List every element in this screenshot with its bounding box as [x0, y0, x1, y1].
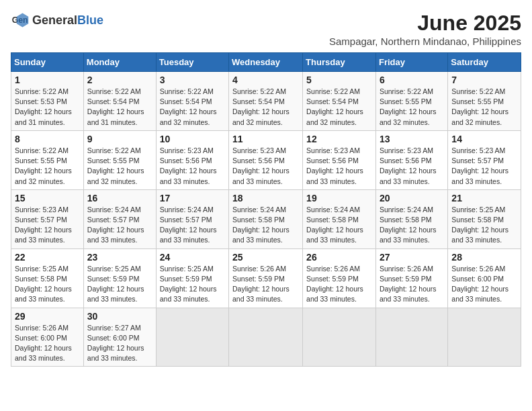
day-info: Sunrise: 5:24 AM Sunset: 5:57 PM Dayligh… [87, 205, 152, 246]
day-number: 27 [380, 252, 444, 263]
day-info: Sunrise: 5:23 AM Sunset: 5:57 PM Dayligh… [15, 205, 80, 246]
weekday-header-wednesday: Wednesday [229, 53, 303, 72]
calendar-cell [229, 308, 303, 367]
day-number: 22 [15, 252, 80, 263]
calendar-cell: 18Sunrise: 5:24 AM Sunset: 5:58 PM Dayli… [229, 189, 303, 248]
day-info: Sunrise: 5:23 AM Sunset: 5:56 PM Dayligh… [380, 146, 444, 187]
day-info: Sunrise: 5:22 AM Sunset: 5:54 PM Dayligh… [87, 87, 152, 128]
day-number: 11 [232, 134, 299, 144]
day-number: 18 [232, 193, 299, 203]
day-number: 1 [15, 75, 80, 85]
weekday-header-tuesday: Tuesday [156, 53, 228, 72]
day-number: 30 [87, 311, 152, 322]
calendar-cell: 29Sunrise: 5:26 AM Sunset: 6:00 PM Dayli… [11, 308, 84, 367]
calendar-cell: 13Sunrise: 5:23 AM Sunset: 5:56 PM Dayli… [375, 130, 447, 189]
logo-icon: Gen [11, 11, 30, 30]
calendar-cell: 6Sunrise: 5:22 AM Sunset: 5:55 PM Daylig… [375, 72, 447, 131]
main-title: June 2025 [329, 11, 521, 36]
day-number: 29 [15, 311, 80, 322]
calendar-cell: 7Sunrise: 5:22 AM Sunset: 5:55 PM Daylig… [448, 72, 521, 131]
logo: Gen GeneralBlue [11, 11, 103, 30]
weekday-header-sunday: Sunday [11, 53, 84, 72]
day-number: 6 [380, 75, 444, 85]
calendar-cell: 15Sunrise: 5:23 AM Sunset: 5:57 PM Dayli… [11, 189, 84, 248]
calendar-cell: 20Sunrise: 5:24 AM Sunset: 5:58 PM Dayli… [375, 189, 447, 248]
day-info: Sunrise: 5:25 AM Sunset: 5:58 PM Dayligh… [15, 264, 80, 305]
day-number: 2 [87, 75, 152, 85]
day-number: 17 [160, 193, 225, 203]
calendar-cell: 2Sunrise: 5:22 AM Sunset: 5:54 PM Daylig… [83, 72, 156, 131]
weekday-header-monday: Monday [83, 53, 156, 72]
day-info: Sunrise: 5:24 AM Sunset: 5:58 PM Dayligh… [232, 205, 299, 246]
calendar-cell: 24Sunrise: 5:25 AM Sunset: 5:59 PM Dayli… [156, 248, 228, 308]
day-info: Sunrise: 5:22 AM Sunset: 5:55 PM Dayligh… [451, 87, 517, 128]
calendar-cell: 12Sunrise: 5:23 AM Sunset: 5:56 PM Dayli… [303, 130, 376, 189]
day-number: 28 [451, 252, 517, 263]
day-number: 9 [87, 134, 152, 144]
day-info: Sunrise: 5:22 AM Sunset: 5:54 PM Dayligh… [232, 87, 299, 128]
calendar-cell: 17Sunrise: 5:24 AM Sunset: 5:57 PM Dayli… [156, 189, 228, 248]
day-info: Sunrise: 5:24 AM Sunset: 5:57 PM Dayligh… [160, 205, 225, 246]
day-info: Sunrise: 5:22 AM Sunset: 5:54 PM Dayligh… [160, 87, 225, 128]
day-number: 3 [160, 75, 225, 85]
calendar-cell: 21Sunrise: 5:25 AM Sunset: 5:58 PM Dayli… [448, 189, 521, 248]
day-number: 16 [87, 193, 152, 203]
day-info: Sunrise: 5:27 AM Sunset: 6:00 PM Dayligh… [87, 323, 152, 364]
calendar-cell: 19Sunrise: 5:24 AM Sunset: 5:58 PM Dayli… [303, 189, 376, 248]
calendar-cell: 3Sunrise: 5:22 AM Sunset: 5:54 PM Daylig… [156, 72, 228, 131]
calendar-week-2: 8Sunrise: 5:22 AM Sunset: 5:55 PM Daylig… [11, 130, 521, 189]
day-info: Sunrise: 5:23 AM Sunset: 5:57 PM Dayligh… [451, 146, 517, 187]
day-info: Sunrise: 5:22 AM Sunset: 5:55 PM Dayligh… [380, 87, 444, 128]
calendar-week-3: 15Sunrise: 5:23 AM Sunset: 5:57 PM Dayli… [11, 189, 521, 248]
day-info: Sunrise: 5:26 AM Sunset: 5:59 PM Dayligh… [380, 264, 444, 305]
calendar-week-1: 1Sunrise: 5:22 AM Sunset: 5:53 PM Daylig… [11, 72, 521, 131]
day-info: Sunrise: 5:22 AM Sunset: 5:54 PM Dayligh… [306, 87, 372, 128]
day-info: Sunrise: 5:24 AM Sunset: 5:58 PM Dayligh… [306, 205, 372, 246]
day-number: 19 [306, 193, 372, 203]
day-number: 25 [232, 252, 299, 263]
day-info: Sunrise: 5:23 AM Sunset: 5:56 PM Dayligh… [160, 146, 225, 187]
calendar-cell: 9Sunrise: 5:22 AM Sunset: 5:55 PM Daylig… [83, 130, 156, 189]
weekday-header-friday: Friday [375, 53, 447, 72]
day-info: Sunrise: 5:23 AM Sunset: 5:56 PM Dayligh… [232, 146, 299, 187]
day-number: 13 [380, 134, 444, 144]
calendar-cell: 5Sunrise: 5:22 AM Sunset: 5:54 PM Daylig… [303, 72, 376, 131]
calendar-cell: 1Sunrise: 5:22 AM Sunset: 5:53 PM Daylig… [11, 72, 84, 131]
day-number: 8 [15, 134, 80, 144]
calendar-cell: 22Sunrise: 5:25 AM Sunset: 5:58 PM Dayli… [11, 248, 84, 308]
calendar-cell: 27Sunrise: 5:26 AM Sunset: 5:59 PM Dayli… [375, 248, 447, 308]
day-number: 23 [87, 252, 152, 263]
logo-blue: Blue [77, 13, 103, 27]
logo-general: General [32, 13, 77, 27]
day-info: Sunrise: 5:25 AM Sunset: 5:58 PM Dayligh… [451, 205, 517, 246]
weekday-header-thursday: Thursday [303, 53, 376, 72]
day-info: Sunrise: 5:25 AM Sunset: 5:59 PM Dayligh… [160, 264, 225, 305]
day-number: 4 [232, 75, 299, 85]
calendar-cell: 30Sunrise: 5:27 AM Sunset: 6:00 PM Dayli… [83, 308, 156, 367]
title-block: June 2025 Sampagar, Northern Mindanao, P… [329, 11, 521, 47]
calendar-cell: 4Sunrise: 5:22 AM Sunset: 5:54 PM Daylig… [229, 72, 303, 131]
calendar-cell [375, 308, 447, 367]
day-info: Sunrise: 5:22 AM Sunset: 5:53 PM Dayligh… [15, 87, 80, 128]
day-number: 5 [306, 75, 372, 85]
day-number: 20 [380, 193, 444, 203]
calendar-cell: 14Sunrise: 5:23 AM Sunset: 5:57 PM Dayli… [448, 130, 521, 189]
calendar-cell [303, 308, 376, 367]
day-number: 10 [160, 134, 225, 144]
day-info: Sunrise: 5:26 AM Sunset: 5:59 PM Dayligh… [232, 264, 299, 305]
day-number: 21 [451, 193, 517, 203]
calendar-cell: 23Sunrise: 5:25 AM Sunset: 5:59 PM Dayli… [83, 248, 156, 308]
day-number: 14 [451, 134, 517, 144]
day-info: Sunrise: 5:26 AM Sunset: 6:00 PM Dayligh… [451, 264, 517, 305]
calendar-week-5: 29Sunrise: 5:26 AM Sunset: 6:00 PM Dayli… [11, 308, 521, 367]
day-info: Sunrise: 5:22 AM Sunset: 5:55 PM Dayligh… [87, 146, 152, 187]
day-number: 26 [306, 252, 372, 263]
calendar-cell [156, 308, 228, 367]
calendar-cell: 26Sunrise: 5:26 AM Sunset: 5:59 PM Dayli… [303, 248, 376, 308]
day-number: 12 [306, 134, 372, 144]
calendar-cell: 28Sunrise: 5:26 AM Sunset: 6:00 PM Dayli… [448, 248, 521, 308]
day-number: 15 [15, 193, 80, 203]
calendar-cell: 25Sunrise: 5:26 AM Sunset: 5:59 PM Dayli… [229, 248, 303, 308]
day-info: Sunrise: 5:26 AM Sunset: 6:00 PM Dayligh… [15, 323, 80, 364]
calendar-cell: 10Sunrise: 5:23 AM Sunset: 5:56 PM Dayli… [156, 130, 228, 189]
